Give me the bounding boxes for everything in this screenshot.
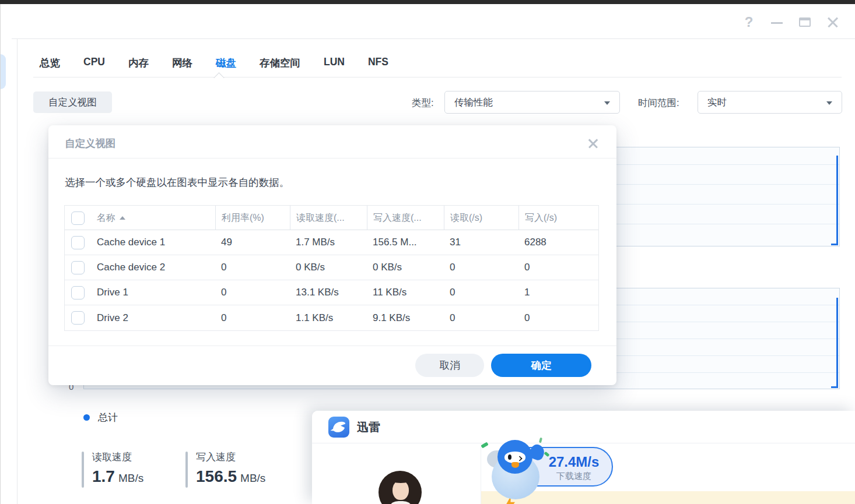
cell-utilization: 0 (215, 312, 290, 324)
ok-button[interactable]: 确定 (491, 354, 591, 377)
sidebar-peek-tab[interactable] (1, 54, 6, 89)
tab-storage[interactable]: 存储空间 (260, 56, 300, 70)
write-speed-label: 写入速度 (196, 450, 265, 464)
maximize-icon (799, 17, 811, 27)
tab-network[interactable]: 网络 (172, 56, 192, 70)
column-header-utilization[interactable]: 利用率(%) (215, 206, 290, 230)
column-header-read-iops[interactable]: 读取(/s) (444, 206, 518, 230)
chart-line-spike (836, 156, 838, 245)
titlebar (1, 4, 855, 39)
read-speed-value: 1.7 (92, 467, 115, 485)
time-range-dropdown-value: 实时 (707, 97, 727, 107)
cell-write-speed: 9.1 KB/s (367, 312, 444, 324)
xunlei-mascot-icon (485, 439, 549, 492)
column-header-read-speed[interactable]: 读取速度(... (290, 206, 367, 230)
chevron-down-icon (604, 101, 610, 105)
column-header-name[interactable]: 名称 (91, 206, 215, 230)
cell-write-iops: 6288 (518, 237, 600, 248)
content-left-border (17, 39, 17, 504)
mascot-beak (511, 462, 519, 468)
row-checkbox[interactable] (71, 236, 85, 249)
xunlei-window: 迅雷 27.4M/s 下载速度 (312, 411, 855, 504)
top-strip (0, 0, 855, 4)
cell-read-speed: 13.1 KB/s (290, 287, 367, 298)
cell-write-speed: 0 KB/s (367, 262, 444, 273)
cell-name: Cache device 1 (91, 237, 215, 248)
select-all-checkbox[interactable] (71, 212, 85, 225)
titlebar-divider (12, 38, 855, 39)
help-button[interactable]: ? (741, 14, 757, 30)
cell-read-iops: 31 (444, 237, 518, 248)
table-row[interactable]: Cache device 2 0 0 KB/s 0 KB/s 0 0 (65, 255, 598, 280)
maximize-button[interactable] (797, 14, 813, 30)
tab-cpu[interactable]: CPU (83, 56, 105, 70)
close-button[interactable] (825, 14, 841, 30)
cell-read-speed: 1.1 KB/s (290, 312, 367, 324)
dialog-close-button[interactable] (587, 138, 599, 149)
tab-bar: 总览 CPU 内存 网络 磁盘 存储空间 LUN NFS (40, 56, 388, 70)
dialog-description: 选择一个或多个硬盘以在图表中显示各自的数据。 (65, 175, 289, 189)
cell-name: Cache device 2 (91, 262, 215, 273)
chart-legend: 总计 (83, 411, 118, 424)
stat-bar (82, 452, 84, 488)
write-speed-value: 156.5 (196, 467, 237, 485)
column-header-write-speed[interactable]: 写入速度(... (367, 206, 444, 230)
read-speed-unit: MB/s (118, 472, 143, 484)
column-header-write-iops[interactable]: 写入(/s) (518, 206, 600, 230)
cell-utilization: 49 (215, 237, 290, 248)
write-speed-stat: 写入速度 156.5MB/s (185, 450, 265, 486)
tab-underline (33, 77, 842, 77)
tab-lun[interactable]: LUN (324, 56, 345, 70)
sparkle-icon (539, 438, 542, 443)
table-row[interactable]: Drive 1 0 13.1 KB/s 11 KB/s 0 1 (65, 280, 598, 305)
tab-overview[interactable]: 总览 (40, 56, 60, 70)
row-checkbox[interactable] (71, 261, 85, 274)
chevron-down-icon (826, 101, 832, 105)
cell-read-speed: 0 KB/s (290, 262, 367, 273)
tab-disk[interactable]: 磁盘 (216, 56, 236, 70)
cell-write-iops: 1 (518, 287, 600, 298)
time-range-dropdown[interactable]: 实时 (698, 91, 842, 114)
cell-read-iops: 0 (444, 312, 518, 324)
write-speed-unit: MB/s (240, 472, 265, 484)
row-checkbox[interactable] (71, 286, 85, 299)
user-avatar[interactable] (379, 471, 422, 504)
cell-name: Drive 1 (91, 287, 215, 298)
dialog-header-divider (48, 158, 616, 158)
dialog-footer-divider (48, 346, 616, 346)
type-dropdown[interactable]: 传输性能 (444, 91, 620, 114)
sort-asc-icon (120, 216, 125, 220)
cell-write-speed: 11 KB/s (367, 287, 444, 298)
xunlei-promo-banner (481, 491, 855, 504)
cell-read-iops: 0 (444, 287, 518, 298)
read-speed-stat: 读取速度 1.7MB/s (82, 450, 143, 486)
xunlei-logo-icon (328, 417, 349, 438)
legend-label: 总计 (98, 411, 118, 424)
tab-memory[interactable]: 内存 (128, 56, 149, 70)
chart-line-spike (836, 298, 838, 388)
custom-view-button[interactable]: 自定义视图 (33, 91, 112, 113)
tab-nfs[interactable]: NFS (368, 56, 388, 70)
cell-write-iops: 0 (518, 312, 600, 324)
read-speed-label: 读取速度 (92, 450, 143, 464)
table-header-row: 名称 利用率(%) 读取速度(... 写入速度(... 读取(/s) 写入(/s… (65, 206, 598, 230)
minimize-button[interactable] (769, 14, 785, 30)
custom-view-dialog: 自定义视图 选择一个或多个硬盘以在图表中显示各自的数据。 名称 利用率(%) 读… (48, 125, 616, 385)
cell-write-speed: 156.5 M... (367, 237, 444, 248)
xunlei-titlebar[interactable]: 迅雷 (312, 411, 855, 443)
cancel-button[interactable]: 取消 (415, 354, 484, 377)
time-range-label: 时间范围: (638, 97, 679, 110)
mascot-eye (508, 454, 511, 460)
minimize-icon (771, 22, 783, 24)
row-checkbox[interactable] (71, 311, 85, 325)
table-row[interactable]: Drive 2 0 1.1 KB/s 9.1 KB/s 0 0 (65, 305, 598, 330)
cell-name: Drive 2 (91, 312, 215, 324)
type-dropdown-value: 传输性能 (454, 97, 493, 107)
type-label: 类型: (412, 97, 434, 110)
avatar-bangs (389, 474, 412, 483)
cell-utilization: 0 (215, 262, 290, 273)
table-row[interactable]: Cache device 1 49 1.7 MB/s 156.5 M... 31… (65, 230, 598, 255)
xunlei-app-title: 迅雷 (357, 411, 380, 443)
cell-utilization: 0 (215, 287, 290, 298)
dialog-title: 自定义视图 (65, 136, 116, 150)
